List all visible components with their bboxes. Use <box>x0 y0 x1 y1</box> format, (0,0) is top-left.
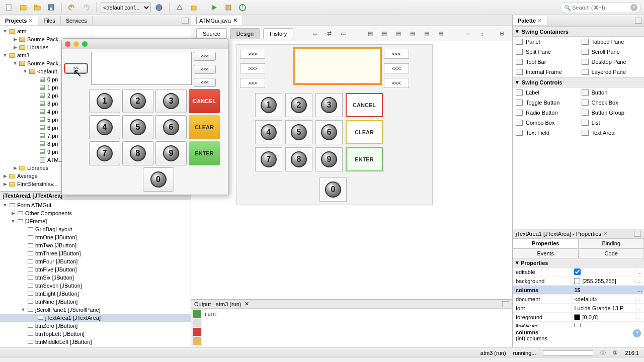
palette-item[interactable]: Internal Frame <box>513 67 579 77</box>
palette-item[interactable]: Text Field <box>513 128 579 138</box>
btn-clear[interactable]: CLEAR <box>346 120 383 144</box>
btn-nine[interactable]: 9 <box>315 147 343 171</box>
property-row-foreground[interactable]: foreground[0,0,0]… <box>513 313 644 322</box>
btn-seven[interactable]: 7 <box>255 147 282 171</box>
btn-zero[interactable]: 0 <box>319 177 347 202</box>
property-row-font[interactable]: fontLucida Grande 13 P… <box>513 304 644 313</box>
btn-bottom-left[interactable]: >>> <box>240 78 265 88</box>
btn-middle-right[interactable]: <<< <box>384 63 409 73</box>
close-icon[interactable]: ✕ <box>29 18 33 23</box>
palette-item[interactable]: Button Group <box>579 108 645 118</box>
palette-item[interactable]: Toggle Button <box>513 98 579 108</box>
search-input[interactable] <box>572 3 629 13</box>
app-display[interactable] <box>91 52 192 85</box>
palette-item[interactable]: List <box>579 118 645 128</box>
app-btn-three[interactable]: 3 <box>155 89 187 113</box>
palette-cat-controls[interactable]: ▾Swing Controls <box>513 77 644 87</box>
app-btn-four[interactable]: 4 <box>89 115 120 139</box>
app-btn-five[interactable]: 5 <box>122 115 153 139</box>
btn-one[interactable]: 1 <box>255 93 282 117</box>
btn-six[interactable]: 6 <box>315 120 343 144</box>
stop-icon[interactable] <box>193 328 201 336</box>
palette-item[interactable]: Tool Bar <box>513 57 579 67</box>
btn-two[interactable]: 2 <box>285 93 312 117</box>
align-center-h-icon[interactable]: ▤ <box>421 28 432 39</box>
running-app-window[interactable]: <<< <<< <<< >> >> >> 1 2 3 CANCEL 4 5 6 … <box>61 38 228 195</box>
palette-item[interactable]: Split Pane <box>513 47 579 57</box>
resize-h-icon[interactable]: ↔ <box>462 28 473 39</box>
app-btn-one[interactable]: 1 <box>89 89 120 113</box>
minimize-icon[interactable] <box>635 18 642 24</box>
window-zoom-icon[interactable] <box>82 41 88 47</box>
palette-item[interactable]: Panel <box>513 37 579 47</box>
align-center-v-icon[interactable]: ▤ <box>435 28 446 39</box>
property-row-lineWrap[interactable]: lineWrap… <box>513 322 644 327</box>
app-btn-seven[interactable]: 7 <box>89 141 120 165</box>
app-btn-enter[interactable]: ENTER <box>189 141 220 165</box>
app-btn-nine[interactable]: 9 <box>155 141 187 165</box>
app-btn-zero[interactable]: 0 <box>143 167 174 192</box>
selection-mode-icon[interactable]: ▭ <box>309 28 320 39</box>
palette-item[interactable]: Label <box>513 87 579 98</box>
palette-item[interactable]: Tabbed Pane <box>579 37 645 47</box>
palette-item[interactable]: Combo Box <box>513 118 579 128</box>
btn-five[interactable]: 5 <box>285 120 312 144</box>
save-all-icon[interactable] <box>45 2 57 14</box>
property-row-columns[interactable]: columns15… <box>513 286 644 295</box>
debug-icon[interactable] <box>222 2 234 14</box>
stop-run-icon[interactable]: ⓧ <box>600 349 606 356</box>
settings-icon[interactable] <box>193 337 201 345</box>
open-icon[interactable] <box>31 2 43 14</box>
run-icon[interactable] <box>208 2 220 14</box>
app-btn-two[interactable]: 2 <box>122 89 153 113</box>
app-btn-top-right[interactable]: <<< <box>194 52 216 61</box>
clean-build-icon[interactable] <box>188 2 200 14</box>
palette-item[interactable]: Radio Button <box>513 108 579 118</box>
btn-eight[interactable]: 8 <box>285 147 312 171</box>
btn-middle-left[interactable]: >>> <box>240 63 265 73</box>
align-right-icon[interactable]: ▤ <box>379 28 390 39</box>
property-row-background[interactable]: background[255,255,255]… <box>513 277 644 286</box>
btn-four[interactable]: 4 <box>255 120 282 144</box>
app-btn-six[interactable]: 6 <box>155 115 187 139</box>
jtextarea1[interactable] <box>294 48 381 84</box>
btn-top-left[interactable]: >>> <box>240 49 265 59</box>
palette-cat-containers[interactable]: ▾Swing Containers <box>513 26 644 37</box>
profile-icon[interactable] <box>236 2 249 14</box>
close-icon[interactable]: ✕ <box>245 301 249 307</box>
palette-item[interactable]: Desktop Pane <box>579 57 645 67</box>
minimize-icon[interactable] <box>182 18 189 24</box>
clear-search-icon[interactable]: × <box>630 4 637 11</box>
rerun-icon[interactable] <box>193 319 201 327</box>
close-icon[interactable]: ✕ <box>603 230 608 237</box>
undo-icon[interactable] <box>66 2 78 14</box>
config-select[interactable]: <default conf... <box>101 2 151 13</box>
btn-top-right[interactable]: <<< <box>384 49 409 59</box>
window-close-icon[interactable] <box>65 41 70 47</box>
app-btn-eight[interactable]: 8 <box>122 141 153 165</box>
mode-source[interactable]: Source <box>196 28 227 39</box>
prop-tab-events[interactable]: Events <box>513 248 579 258</box>
new-project-icon[interactable] <box>17 2 29 14</box>
connection-mode-icon[interactable]: ⇄ <box>324 28 335 39</box>
align-top-icon[interactable]: ▤ <box>393 28 404 39</box>
preview-icon[interactable]: ▭ <box>338 28 349 39</box>
app-titlebar[interactable] <box>62 39 228 49</box>
btn-cancel[interactable]: CANCEL <box>346 93 383 117</box>
btn-bottom-right[interactable]: <<< <box>384 78 409 88</box>
tab-services[interactable]: Services <box>61 16 93 25</box>
app-btn-cancel[interactable]: CANCEL <box>189 89 220 113</box>
minimize-icon[interactable] <box>502 301 509 307</box>
btn-three[interactable]: 3 <box>315 93 343 117</box>
palette-item[interactable]: Scroll Pane <box>579 47 645 57</box>
align-bottom-icon[interactable]: ▤ <box>407 28 418 39</box>
palette-item[interactable]: Check Box <box>579 98 645 108</box>
btn-enter[interactable]: ENTER <box>346 147 383 171</box>
help-icon[interactable]: ? <box>633 329 641 337</box>
expand-icon[interactable]: ⊞ <box>496 28 507 39</box>
close-icon[interactable]: ✕ <box>538 18 542 23</box>
app-btn-bottom-right[interactable]: <<< <box>194 78 216 87</box>
palette-item[interactable]: Button <box>579 87 645 98</box>
prop-tab-binding[interactable]: Binding <box>579 238 645 248</box>
app-btn-middle-right[interactable]: <<< <box>194 65 216 74</box>
